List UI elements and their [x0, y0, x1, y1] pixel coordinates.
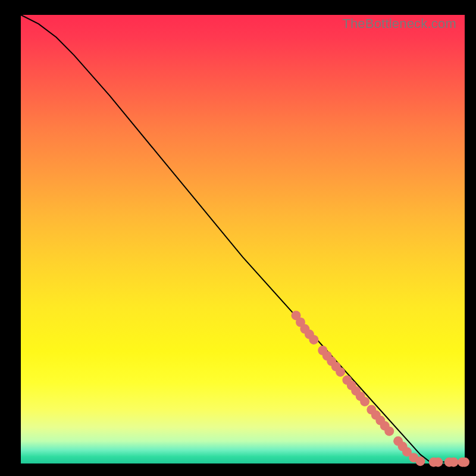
marker-dot	[309, 335, 318, 345]
marker-dot	[460, 458, 469, 467]
marker-dot	[449, 458, 458, 467]
curve-path	[21, 15, 465, 462]
marker-dot	[360, 397, 369, 406]
marker-dot	[415, 456, 425, 466]
marker-dot	[336, 367, 345, 377]
chart-svg	[21, 15, 465, 464]
marker-dot	[384, 427, 394, 436]
chart-plot-area: TheBottleneck.com	[21, 15, 465, 464]
marker-group	[292, 311, 470, 467]
marker-dot	[433, 458, 443, 467]
